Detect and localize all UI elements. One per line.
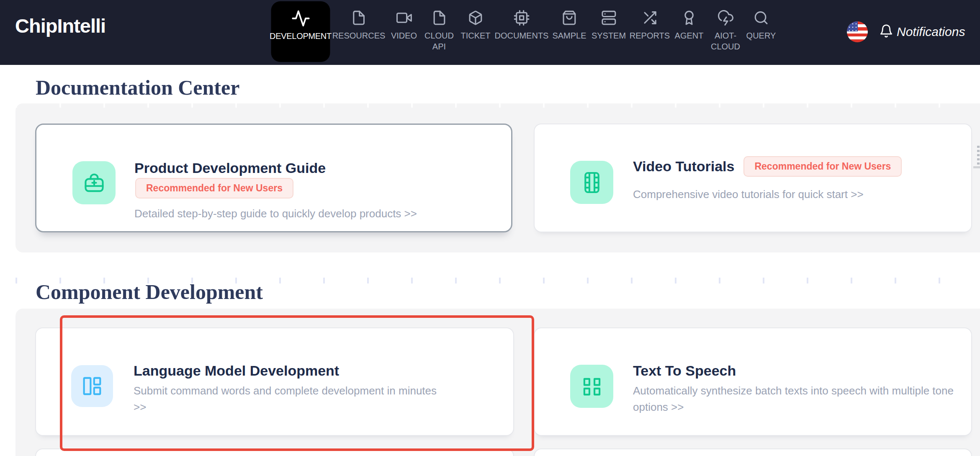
nav-item-label: VIDEO bbox=[391, 30, 417, 41]
shuffle-icon bbox=[642, 10, 657, 26]
nav-item-label: AGENT bbox=[675, 30, 704, 41]
layout-icon bbox=[71, 365, 113, 407]
card-description: Submit command words and complete develo… bbox=[134, 383, 445, 415]
recommended-badge: Recommended for New Users bbox=[135, 178, 293, 198]
notifications-label: Notifications bbox=[897, 25, 965, 39]
card-partial-left[interactable] bbox=[35, 448, 514, 456]
nav-item-cloud-api[interactable]: CLOUD API bbox=[424, 0, 454, 65]
card-title: Video Tutorials bbox=[633, 158, 734, 175]
section-title-component-development: Component Development bbox=[36, 280, 263, 304]
file-icon bbox=[351, 10, 366, 26]
shopping-bag-icon bbox=[562, 10, 577, 26]
nav-item-video[interactable]: VIDEO bbox=[391, 0, 417, 65]
nav-item-sample[interactable]: SAMPLE bbox=[552, 0, 586, 65]
nav-item-reports[interactable]: REPORTS bbox=[630, 0, 670, 65]
card-description: Detailed step-by-step guide to quickly d… bbox=[134, 206, 417, 222]
card-title: Product Development Guide bbox=[134, 160, 326, 176]
nav-item-resources[interactable]: RESOURCES bbox=[332, 0, 386, 65]
card-text-to-speech[interactable]: Text To Speech Automatically synthesize … bbox=[534, 327, 972, 436]
nav-item-label: RESOURCES bbox=[332, 30, 386, 41]
file-icon bbox=[431, 10, 447, 26]
card-description: Automatically synthesize batch texts int… bbox=[633, 383, 978, 415]
top-navbar: ChipIntelli DEVELOPMENT RESOURCES VIDEO … bbox=[0, 0, 980, 65]
nav-item-system[interactable]: SYSTEM bbox=[592, 0, 626, 65]
us-flag-language-switcher[interactable] bbox=[847, 21, 868, 42]
card-description: Comprehensive video tutorials for quick … bbox=[633, 186, 864, 203]
flag-canton bbox=[847, 21, 858, 31]
card-title: Language Model Development bbox=[134, 363, 339, 379]
nav-item-label: TICKET bbox=[460, 30, 490, 41]
nav-item-development[interactable]: DEVELOPMENT bbox=[271, 1, 330, 62]
page: ChipIntelli DEVELOPMENT RESOURCES VIDEO … bbox=[0, 0, 980, 456]
card-language-model-development[interactable]: Language Model Development Submit comman… bbox=[35, 327, 514, 436]
nav-item-agent[interactable]: AGENT bbox=[675, 0, 704, 65]
card-title-row: Video Tutorials Recommended for New User… bbox=[633, 156, 902, 177]
nav-item-aiot-cloud[interactable]: AIOT- CLOUD bbox=[711, 0, 740, 65]
nav-item-label: CLOUD bbox=[424, 30, 454, 41]
nav-item-label: QUERY bbox=[746, 30, 776, 41]
nav-item-label: SAMPLE bbox=[552, 30, 586, 41]
notifications-button[interactable]: Notifications bbox=[879, 20, 965, 44]
card-video-tutorials[interactable]: Video Tutorials Recommended for New User… bbox=[534, 124, 972, 232]
card-title: Text To Speech bbox=[633, 363, 736, 379]
server-icon bbox=[601, 10, 617, 26]
bell-icon bbox=[879, 24, 893, 40]
decorative-dots-row bbox=[15, 102, 980, 108]
nav-item-label: DEVELOPMENT bbox=[270, 31, 332, 41]
section-title-documentation-center: Documentation Center bbox=[36, 75, 239, 100]
box-icon bbox=[468, 10, 484, 26]
film-strip-icon bbox=[570, 161, 613, 204]
grid-icon bbox=[570, 365, 613, 408]
nav-item-label: AIOT- bbox=[715, 30, 736, 41]
nav-item-ticket[interactable]: TICKET bbox=[460, 0, 490, 65]
nav-item-query[interactable]: QUERY bbox=[746, 0, 776, 65]
search-icon bbox=[753, 10, 769, 26]
nav-item-label: SYSTEM bbox=[592, 30, 626, 41]
nav-item-label: CLOUD bbox=[711, 41, 740, 52]
card-partial-right[interactable] bbox=[534, 448, 972, 456]
briefcase-medical-icon bbox=[72, 161, 116, 204]
activity-icon bbox=[291, 9, 310, 28]
nav-item-documents[interactable]: DOCUMENTS bbox=[495, 0, 549, 65]
recommended-badge: Recommended for New Users bbox=[743, 156, 902, 177]
award-icon bbox=[682, 10, 697, 26]
edge-handle-widget[interactable] bbox=[973, 146, 980, 169]
cloud-lightning-icon bbox=[718, 10, 733, 26]
nav-item-label: API bbox=[432, 41, 446, 52]
nav-item-label: DOCUMENTS bbox=[495, 30, 549, 41]
nav-item-label: REPORTS bbox=[630, 30, 670, 41]
cpu-icon bbox=[514, 10, 529, 26]
card-product-development-guide[interactable]: Product Development Guide Recommended fo… bbox=[35, 124, 512, 232]
video-camera-icon bbox=[396, 10, 412, 26]
brand-logo[interactable]: ChipIntelli bbox=[15, 14, 105, 37]
